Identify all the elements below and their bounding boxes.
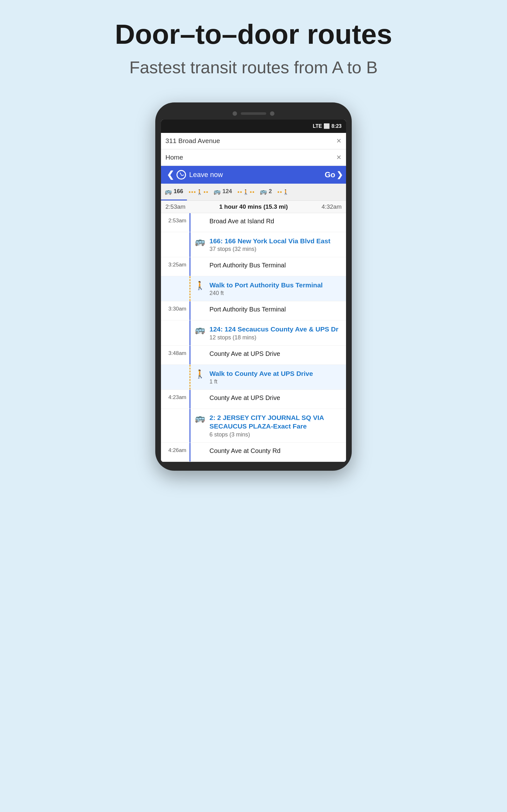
step-row-10: 🚌 2: 2 JERSEY CITY JOURNAL SQ VIA SECAUC…	[161, 409, 346, 443]
step-icon-col-2: 🚌	[190, 232, 210, 247]
step-time-11: 4:26am	[161, 443, 189, 458]
clock-hand-2	[181, 174, 184, 176]
step-content-8: Walk to County Ave at UPS Drive 1 ft	[210, 365, 346, 390]
step-time-4	[161, 276, 189, 285]
step-row-11: 4:26am County Ave at County Rd	[161, 443, 346, 462]
step-stops-2: 37 stops (32 mins)	[210, 246, 342, 252]
status-battery: ⬜	[324, 123, 330, 129]
bus-icon-tab1: 🚌	[165, 188, 172, 195]
search-to-row[interactable]: Home ✕	[161, 149, 346, 166]
go-label: Go	[325, 170, 335, 179]
tab-dot-3a	[278, 191, 279, 193]
step-content-9: County Ave at UPS Drive	[210, 390, 346, 406]
status-time: 8:23	[331, 123, 342, 129]
search-from-text: 311 Broad Avenue	[165, 137, 333, 145]
step-row-6: 🚌 124: 124 Secaucus County Ave & UPS Dr …	[161, 320, 346, 345]
route-steps: 2:53am Broad Ave at Island Rd 🚌 166: 166…	[161, 213, 346, 462]
tab-dot-1b	[191, 191, 193, 193]
step-content-6: 124: 124 Secaucus County Ave & UPS Dr 12…	[210, 320, 346, 345]
search-from-row[interactable]: 311 Broad Avenue ✕	[161, 133, 346, 149]
bus-icon-step1: 🚌	[195, 237, 205, 247]
step-time-3: 3:25am	[161, 257, 189, 272]
search-to-clear[interactable]: ✕	[336, 154, 342, 161]
tab-2[interactable]: 🚌 2	[256, 184, 276, 200]
status-signal: LTE	[313, 123, 322, 129]
walk-icon-step1: 🚶	[195, 281, 205, 291]
summary-duration: 1 hour 40 mins (15.3 mi)	[219, 203, 288, 210]
tab-dot-2d	[252, 191, 254, 193]
tab-dots-3: 🚶	[276, 189, 291, 195]
step-time-1: 2:53am	[161, 213, 189, 229]
step-station-11: County Ave at County Rd	[210, 447, 280, 454]
step-route-4: Walk to Port Authority Bus Terminal	[210, 281, 342, 289]
search-to-text: Home	[165, 154, 333, 161]
step-time-9: 4:23am	[161, 390, 189, 405]
step-icon-col-6: 🚌	[190, 320, 210, 335]
step-content-7: County Ave at UPS Drive	[210, 346, 346, 362]
step-time-7: 3:48am	[161, 346, 189, 361]
step-icon-col-10: 🚌	[190, 409, 210, 423]
step-content-2: 166: 166 New York Local Via Blvd East 37…	[210, 232, 346, 257]
page-subtitle: Fastest transit routes from A to B	[129, 57, 377, 77]
tab-166[interactable]: 🚌 166	[161, 184, 187, 200]
tab-dot-2a	[238, 191, 239, 193]
walk-icon-tab2: 🚶	[243, 189, 249, 195]
step-time-8	[161, 365, 189, 374]
step-row-9: 4:23am County Ave at UPS Drive	[161, 390, 346, 409]
step-stops-6: 12 stops (18 mins)	[210, 334, 342, 341]
step-icon-col-11	[190, 443, 210, 447]
bus-icon-step3: 🚌	[195, 413, 205, 423]
step-row-4: 🚶 Walk to Port Authority Bus Terminal 24…	[161, 276, 346, 301]
step-route-6: 124: 124 Secaucus County Ave & UPS Dr	[210, 325, 342, 334]
status-bar: LTE ⬜ 8:23	[161, 119, 346, 133]
tab-dot-3b	[280, 191, 282, 193]
tab-dot-2b	[240, 191, 242, 193]
step-content-1: Broad Ave at Island Rd	[210, 213, 346, 229]
step-icon-col-9	[190, 390, 210, 394]
step-station-3: Port Authority Bus Terminal	[210, 262, 286, 269]
tab-dots-2: 🚶	[236, 189, 256, 195]
step-time-2	[161, 232, 189, 241]
step-icon-col-1	[190, 213, 210, 217]
tab-dot-1e	[206, 191, 208, 193]
step-icon-col-4: 🚶	[190, 276, 210, 291]
step-route-2: 166: 166 New York Local Via Blvd East	[210, 237, 342, 245]
step-icon-col-8: 🚶	[190, 365, 210, 379]
summary-departure: 2:53am	[165, 203, 185, 210]
go-button[interactable]: Go ❯	[325, 170, 343, 179]
clock-icon	[176, 170, 186, 180]
prev-route-arrow[interactable]: ❮	[164, 169, 176, 180]
step-content-10: 2: 2 JERSEY CITY JOURNAL SQ VIA SECAUCUS…	[210, 409, 346, 443]
step-content-11: County Ave at County Rd	[210, 443, 346, 459]
step-time-6	[161, 320, 189, 329]
walk-icon-tab3: 🚶	[283, 189, 289, 195]
tab-dots-1: 🚶	[187, 189, 210, 195]
page-title: Door–to–door routes	[115, 19, 392, 50]
step-time-10	[161, 409, 189, 418]
status-icons: LTE ⬜ 8:23	[313, 123, 342, 129]
step-content-4: Walk to Port Authority Bus Terminal 240 …	[210, 276, 346, 301]
tab-2-label: 2	[269, 188, 272, 195]
step-row-7: 3:48am County Ave at UPS Drive	[161, 346, 346, 365]
phone-screen: LTE ⬜ 8:23 311 Broad Avenue ✕ Home ✕ ❮ L…	[161, 119, 346, 462]
phone-top-bar	[161, 111, 346, 116]
phone-camera	[233, 111, 237, 116]
leave-now-text: Leave now	[189, 171, 223, 179]
step-row-2: 🚌 166: 166 New York Local Via Blvd East …	[161, 232, 346, 257]
step-row-8: 🚶 Walk to County Ave at UPS Drive 1 ft	[161, 365, 346, 390]
search-from-clear[interactable]: ✕	[336, 137, 342, 145]
step-content-5: Port Authority Bus Terminal	[210, 301, 346, 317]
tab-124-label: 124	[222, 188, 232, 195]
go-arrow: ❯	[337, 170, 343, 179]
summary-bar: 2:53am 1 hour 40 mins (15.3 mi) 4:32am	[161, 201, 346, 213]
summary-arrival: 4:32am	[322, 203, 342, 210]
tab-dot-1a	[189, 191, 190, 193]
tab-dot-2c	[250, 191, 251, 193]
bus-icon-tab3: 🚌	[260, 188, 267, 195]
bus-icon-tab2: 🚌	[214, 188, 221, 195]
tab-166-label: 166	[174, 188, 183, 195]
tab-124[interactable]: 🚌 124	[210, 184, 236, 200]
step-station-1: Broad Ave at Island Rd	[210, 217, 274, 224]
step-stops-4: 240 ft	[210, 290, 342, 297]
leave-now-container[interactable]: Leave now	[176, 170, 325, 180]
